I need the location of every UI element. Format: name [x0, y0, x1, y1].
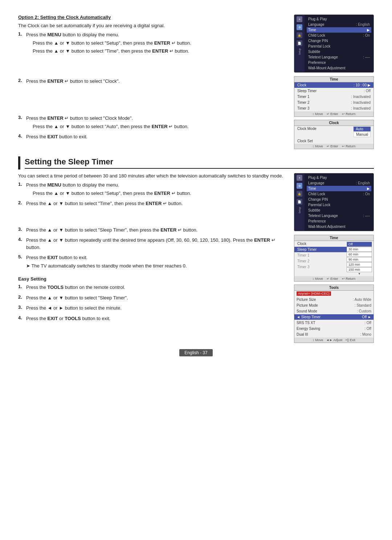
time-item-sleeptimer: Sleep Timer: Off — [294, 88, 373, 94]
easy-step-3-num: 3. — [18, 304, 25, 313]
anynet-label: Anynet+ (HDMI-CEC) — [297, 291, 331, 296]
sleep-step-1: 1. Press the MENU button to display the … — [18, 181, 287, 198]
time2-item-timer2: Timer 2 — [294, 258, 347, 264]
sleep-step-2: 2. Press the ▲ or ▼ button to select "Ti… — [18, 200, 287, 208]
setup-label-2: Setup — [298, 207, 301, 213]
clock-menu-footer: ↕ Move↵ Enter↩ Return — [294, 144, 373, 149]
time-menu-2-body: Clock Sleep Timer Timer 1 Timer 2 Timer … — [294, 241, 373, 276]
menu2-item-subtitle: Subtitle — [307, 208, 371, 213]
sleep-step-3-content: Press the ▲ or ▼ button to select "Sleep… — [26, 226, 287, 235]
tools-menu-title: Tools — [294, 285, 373, 291]
sidebar-icon-4: 📄 — [297, 40, 302, 46]
sleep-option-30: 30 min — [347, 247, 372, 252]
step-2-content: Press the ENTER ↵ button to select "Cloc… — [26, 78, 287, 86]
step-4-num: 4. — [18, 133, 25, 142]
sleep-timer-title: Setting the Sleep Timer — [25, 157, 374, 169]
step-1: 1. Press the MENU button to display the … — [18, 31, 287, 56]
menu2-item-childlock: Child Lock: On — [307, 191, 371, 197]
time2-item-timer3: Timer 3 — [294, 264, 347, 270]
page-footer: English - 37 — [18, 350, 374, 355]
easy-step-1-num: 1. — [18, 284, 25, 292]
menu-item-wallmount: Wall-Mount Adjustment — [307, 65, 371, 71]
menu-item-parentallock: Parental Lock — [307, 44, 371, 49]
menu-item-childlock: Child Lock: On — [307, 33, 371, 38]
option2-header: Option 2: Setting the Clock Automaticall… — [18, 15, 287, 20]
tools-item-srstsxt: SRS TS XT: Off — [294, 320, 373, 326]
menu-item-preference: Preference — [307, 60, 371, 65]
time-menu-2: Time Clock Sleep Timer Timer 1 Timer 2 T… — [294, 235, 374, 282]
time-item-timer2: Timer 2: Inactivated — [294, 100, 373, 106]
sidebar2-icon-4: 📄 — [297, 199, 302, 205]
tools-item-sleeptimer: ◄ Sleep TimerOff ► — [294, 314, 373, 320]
option2-right: ✦ ⚙ 🔒 📄 Setup Plug & Play Language: Engl… — [294, 15, 374, 149]
time-item-timer3: Timer 3: Inactivated — [294, 106, 373, 111]
dropdown-arrow-down: ▼ — [347, 272, 372, 275]
sleep-option-90: 90 min — [347, 257, 372, 262]
tools-item-picturesize: Picture Size: Auto Wide — [294, 297, 373, 303]
setup-menu-2: ✦ ⚙ 🔒 📄 Setup Plug & Play Language: Engl… — [294, 173, 374, 231]
sleep-timer-section: Setting the Sleep Timer You can select a… — [18, 156, 374, 343]
time2-item-clock: Clock — [294, 241, 347, 247]
clock-menu: Clock Clock Mode Auto Manual Clock Set ↕… — [294, 120, 374, 149]
easy-step-3-content: Press the ◄ or ► button to select the mi… — [26, 304, 287, 313]
clock-mode-item: Clock Mode Auto Manual — [294, 126, 373, 138]
menu-item-changepin: Change PIN — [307, 38, 371, 44]
sleep-step-4: 4. Press the ▲ or ▼ button repeatedly un… — [18, 237, 287, 252]
step-2: 2. Press the ENTER ↵ button to select "C… — [18, 78, 287, 86]
menu2-item-teletext: Teletext Language: ---- — [307, 213, 371, 218]
time2-item-timer1: Timer 1 — [294, 253, 347, 258]
clock-mode-auto: Auto — [354, 127, 371, 131]
step-3-content: Press the ENTER ↵ button to select "Cloc… — [26, 115, 287, 131]
easy-step-1-content: Press the TOOLS button on the remote con… — [26, 284, 287, 292]
easy-setting-header: Easy Setting — [18, 276, 287, 282]
sleep-dropdown-container: Off 30 min 60 min 90 min 120 min 150 min… — [347, 241, 373, 276]
step-1-content: Press the MENU button to display the men… — [26, 31, 287, 56]
clock-menu-title: Clock — [294, 120, 373, 126]
sleep-step-1-content: Press the MENU button to display the men… — [26, 181, 287, 198]
tools-item-soundmode: Sound Mode: Custom — [294, 308, 373, 314]
step-2-num: 2. — [18, 78, 25, 86]
sleep-step-3: 3. Press the ▲ or ▼ button to select "Sl… — [18, 226, 287, 235]
page-number-badge: English - 37 — [179, 349, 212, 356]
sleep-timer-right: ✦ ⚙ 🔒 📄 Setup Plug & Play Language: Engl… — [294, 173, 374, 343]
sidebar2-icon-1: ✦ — [297, 175, 302, 181]
time-item-clock: Clock: 10 : 00 ▶ — [294, 82, 373, 88]
setup-label: Setup — [298, 48, 301, 55]
tools-item-dualiii: Dual III: Mono — [294, 332, 373, 338]
sleep-dropdown: Off 30 min 60 min 90 min 120 min 150 min… — [347, 242, 372, 275]
menu2-item-time-highlighted: Time▶ — [307, 186, 371, 191]
time-menu-1-title: Time — [294, 77, 373, 82]
menu2-item-wallmount: Wall-Mount Adjustment — [307, 224, 371, 229]
tools-menu: Tools Anynet+ (HDMI-CEC) Picture Size: A… — [294, 285, 374, 343]
step-1-num: 1. — [18, 31, 25, 56]
step-3-num: 3. — [18, 115, 25, 131]
time-menu-2-title: Time — [294, 235, 373, 241]
easy-step-4-num: 4. — [18, 315, 25, 323]
sidebar2-icon-2: ⚙ — [297, 183, 302, 189]
time-menu-1-footer: ↕ Move↵ Enter↩ Return — [294, 111, 373, 116]
sleep-step-1-num: 1. — [18, 181, 25, 198]
time-menu-2-labels: Clock Sleep Timer Timer 1 Timer 2 Timer … — [294, 241, 347, 276]
sleep-step-3-num: 3. — [18, 226, 25, 235]
clock-mode-manual: Manual — [354, 132, 371, 137]
step-3: 3. Press the ENTER ↵ button to select "C… — [18, 115, 287, 131]
sleep-step-5: 5. Press the EXIT button to exit. ➤ The … — [18, 254, 287, 270]
menu2-item-plugplay: Plug & Play — [307, 175, 371, 180]
easy-step-2-num: 2. — [18, 294, 25, 303]
tools-item-picturemode: Picture Mode: Standard — [294, 303, 373, 308]
easy-setting: Easy Setting 1. Press the TOOLS button o… — [18, 276, 287, 323]
easy-step-2: 2. Press the ▲ or ▼ button to select "Sl… — [18, 294, 287, 303]
menu-item-subtitle: Subtitle — [307, 49, 371, 54]
time-menu-2-footer: ↕ Move↵ Enter↩ Return — [294, 276, 373, 281]
sleep-option-150: 150 min — [347, 267, 372, 272]
easy-step-3: 3. Press the ◄ or ► button to select the… — [18, 304, 287, 313]
menu2-item-parentallock: Parental Lock — [307, 202, 371, 208]
sleep-step-2-num: 2. — [18, 200, 25, 208]
easy-step-4: 4. Press the EXIT or TOOLS button to exi… — [18, 315, 287, 323]
menu-item-teletext: Teletext Language: ---- — [307, 54, 371, 60]
sleep-step-5-content: Press the EXIT button to exit. ➤ The TV … — [26, 254, 287, 270]
menu-item-language: Language: English — [307, 22, 371, 27]
easy-step-2-content: Press the ▲ or ▼ button to select "Sleep… — [26, 294, 287, 303]
time2-item-sleeptimer: Sleep Timer — [294, 247, 347, 253]
sleep-option-off: Off — [347, 242, 372, 247]
